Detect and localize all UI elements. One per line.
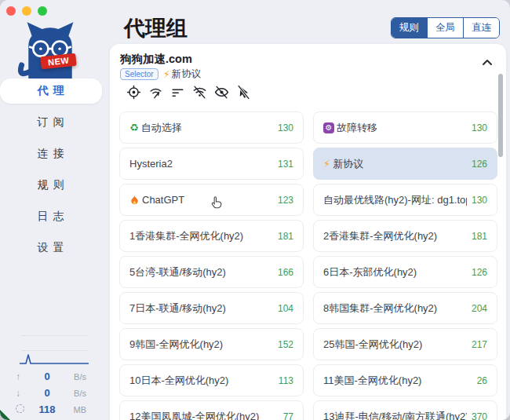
sidebar-item-label: 连 接 [38, 147, 65, 161]
proxy-card[interactable]: ⚡新协议 126 [313, 148, 497, 180]
proxy-name: 12美国凤凰城-全网优化(hy2) [129, 410, 279, 420]
stat-icon: ↑ [16, 372, 28, 382]
proxy-card[interactable]: 9韩国-全网优化(hy2) 152 [119, 328, 304, 360]
proxy-name-text: 9韩国-全网优化(hy2) [129, 338, 223, 352]
proxy-delay: 126 [472, 159, 487, 170]
sidebar-item[interactable]: 订 阅 [0, 110, 102, 135]
proxy-name: ♻自动选择 [129, 121, 273, 135]
proxy-name: 10日本-全网优化(hy2) [129, 374, 274, 388]
group-type-badge: Selector [120, 68, 158, 80]
sidebar-item-label: 设 置 [38, 241, 65, 255]
cursor-off-icon[interactable] [236, 85, 251, 100]
proxy-card[interactable]: ⚙故障转移 130 [313, 111, 497, 144]
scrollbar-thumb[interactable] [498, 74, 503, 157]
collapse-chevron-up-icon[interactable] [481, 57, 494, 69]
traffic-sparkline [19, 352, 89, 366]
proxy-name: ChatGPT [129, 194, 273, 206]
proxy-delay: 152 [278, 339, 293, 350]
sidebar-item[interactable]: 日 志 [0, 204, 102, 229]
proxy-name: 2香港集群-全网优化(hy2) [323, 229, 467, 243]
proxy-name: 5台湾-联通/移动(hy2) [129, 265, 273, 279]
app-window: NEW 代 理订 阅连 接规 则日 志设 置 ↑ 0 B/s ↓ 0 B/s 1… [0, 0, 510, 420]
sidebar-item[interactable]: 设 置 [0, 236, 102, 261]
proxy-name-text: 故障转移 [337, 121, 377, 135]
proxy-name-text: 1香港集群-全网优化(hy2) [129, 229, 243, 243]
eye-off-icon[interactable] [214, 85, 229, 100]
proxy-name-text: 2香港集群-全网优化(hy2) [323, 229, 437, 243]
proxy-card[interactable]: 6日本-东部优化(hy2) 126 [313, 256, 497, 288]
traffic-stat-row: ↑ 0 B/s [16, 368, 86, 385]
proxy-name: 25韩国-全网优化(hy2) [323, 338, 467, 352]
mode-button[interactable]: 直连 [464, 18, 499, 38]
current-node: ⚡ 新协议 [163, 68, 202, 81]
sidebar-item[interactable]: 代 理 [0, 79, 102, 104]
proxy-card[interactable]: 13迪拜-电信/移动/南方联通(hy2) 370 [313, 400, 497, 420]
group-name: 狗狗加速.com [120, 52, 192, 67]
globe-icon [16, 404, 24, 413]
proxy-name-text: 25韩国-全网优化(hy2) [323, 338, 422, 352]
upload-arrow-icon: ↑ [16, 371, 20, 382]
sidebar-item-label: 订 阅 [38, 115, 65, 130]
proxy-card[interactable]: ChatGPT 123 [119, 184, 304, 216]
mode-switch: 规则全局直连 [391, 17, 500, 38]
wifi-off-icon[interactable] [192, 85, 207, 100]
proxy-card[interactable]: 25韩国-全网优化(hy2) 217 [313, 328, 497, 360]
group-toolbar [126, 85, 251, 100]
proxy-card[interactable]: 8韩国集群-全网优化(hy2) 204 [313, 292, 497, 324]
proxy-delay: 204 [472, 303, 487, 314]
proxy-name: ⚡新协议 [323, 157, 467, 171]
group-subline: Selector ⚡ 新协议 [120, 68, 201, 81]
cat-logo [16, 19, 85, 80]
proxy-card[interactable]: ♻自动选择 130 [119, 111, 304, 144]
proxy-name-text: 新协议 [333, 157, 363, 171]
proxy-delay: 131 [278, 159, 293, 170]
divider [22, 350, 88, 351]
download-arrow-icon: ↓ [16, 388, 20, 399]
corner-artifact [0, 410, 10, 420]
proxy-name-text: 自动选择 [141, 121, 182, 135]
sidebar: NEW 代 理订 阅连 接规 则日 志设 置 ↑ 0 B/s ↓ 0 B/s 1… [0, 0, 102, 420]
proxy-delay: 126 [472, 267, 487, 278]
proxy-group-panel: 狗狗加速.com Selector ⚡ 新协议 ♻自动选择 130 ⚙故障转移 … [110, 44, 506, 420]
sidebar-nav: 代 理订 阅连 接规 则日 志设 置 [0, 79, 102, 267]
proxy-delay: 77 [283, 411, 293, 420]
proxy-name-text: 5台湾-联通/移动(hy2) [129, 265, 226, 279]
sidebar-item-label: 日 志 [38, 210, 65, 224]
sort-icon[interactable] [170, 85, 185, 100]
stat-value: 118 [28, 404, 66, 415]
mode-button[interactable]: 规则 [392, 18, 428, 38]
proxy-name-text: 13迪拜-电信/移动/南方联通(hy2) [323, 410, 467, 420]
page-title: 代理组 [124, 14, 188, 42]
speed-test-icon[interactable] [148, 85, 163, 100]
sidebar-item-label: 规 则 [38, 178, 65, 192]
proxy-name: 1香港集群-全网优化(hy2) [129, 229, 273, 243]
proxy-card[interactable]: 12美国凤凰城-全网优化(hy2) 77 [119, 400, 304, 420]
stat-unit: B/s [66, 389, 86, 398]
proxy-name: 6日本-东部优化(hy2) [323, 265, 467, 279]
sidebar-item[interactable]: 连 接 [0, 141, 102, 166]
proxy-name: 11美国-全网优化(hy2) [323, 374, 472, 388]
current-node-label: 新协议 [172, 68, 202, 81]
proxy-card[interactable]: 5台湾-联通/移动(hy2) 166 [119, 256, 304, 288]
locate-icon[interactable] [126, 85, 141, 100]
proxy-name: 7日本-联通/移动(hy2) [129, 301, 273, 316]
proxy-card[interactable]: 1香港集群-全网优化(hy2) 181 [119, 220, 304, 252]
proxy-delay: 217 [472, 339, 487, 350]
stat-value: 0 [28, 387, 66, 399]
proxy-delay: 370 [472, 411, 487, 420]
proxy-name: 9韩国-全网优化(hy2) [129, 338, 273, 352]
proxy-card[interactable]: 11美国-全网优化(hy2) 26 [313, 364, 497, 396]
proxy-delay: 113 [279, 375, 293, 386]
proxy-card[interactable]: 7日本-联通/移动(hy2) 104 [119, 292, 304, 324]
proxy-delay: 130 [278, 122, 293, 133]
proxy-card[interactable]: 自动最优线路(hy2)-网址: dg1.top 130 [313, 184, 497, 216]
mode-button[interactable]: 全局 [428, 18, 464, 38]
proxy-delay: 104 [278, 303, 293, 314]
sidebar-item[interactable]: 规 则 [0, 173, 102, 198]
proxy-card[interactable]: Hysteria2 131 [119, 148, 304, 180]
proxy-card[interactable]: 10日本-全网优化(hy2) 113 [119, 364, 304, 396]
sidebar-item-label: 代 理 [38, 84, 65, 98]
proxy-card[interactable]: 2香港集群-全网优化(hy2) 181 [313, 220, 497, 252]
proxy-name: 13迪拜-电信/移动/南方联通(hy2) [323, 410, 467, 420]
proxy-name-text: 7日本-联通/移动(hy2) [129, 301, 226, 316]
